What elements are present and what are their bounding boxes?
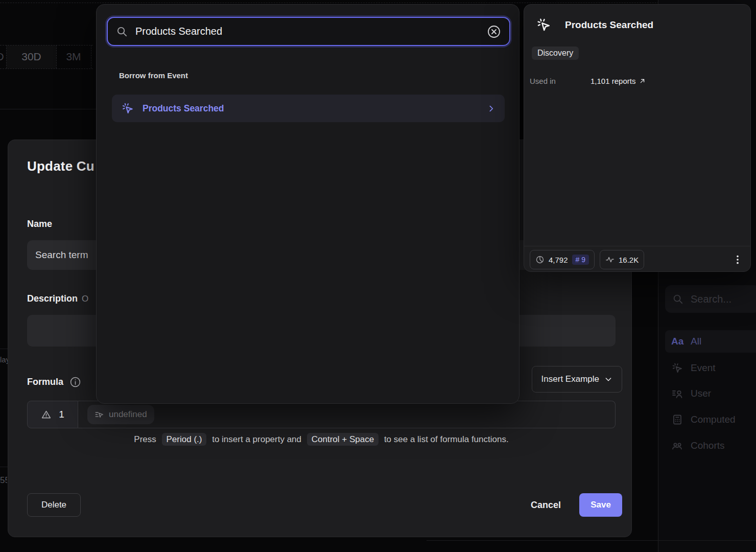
sidebar-search-input[interactable]: Search... (665, 285, 756, 313)
more-options-button[interactable] (732, 253, 743, 266)
panel-stats-row: 4,792 # 9 16.2K (530, 249, 743, 270)
used-in-row: Used in 1,101 reports (530, 77, 646, 85)
chart-gridline (0, 467, 8, 467)
top-divider (0, 3, 756, 3)
panel-title: Products Searched (565, 19, 653, 31)
modal-title: Update Cu (27, 158, 94, 174)
clear-search-button[interactable] (487, 25, 501, 39)
sidebar-search-placeholder: Search... (691, 293, 731, 305)
kebab-menu-icon (732, 253, 743, 266)
chart-gridline (0, 349, 8, 349)
used-in-link[interactable]: 1,101 reports (590, 77, 646, 85)
error-count: 1 (59, 409, 64, 420)
search-icon (672, 293, 683, 305)
event-search-dropdown: Borrow from Event Products Searched (96, 4, 519, 404)
timerange-30d-button[interactable]: 30D (7, 45, 56, 68)
help-mid: to insert a property and (212, 434, 301, 444)
event-property-icon (94, 410, 104, 420)
cancel-button[interactable]: Cancel (528, 499, 564, 511)
formula-editor: 1 undefined (27, 401, 616, 428)
sidebar-item-label: Event (691, 362, 716, 374)
cohorts-icon (671, 440, 683, 452)
formula-token-chip[interactable]: undefined (87, 405, 154, 424)
timebar-divider (91, 45, 91, 68)
formula-label: Formula (27, 377, 63, 387)
sidebar-item-label: All (691, 336, 701, 347)
search-field[interactable] (107, 17, 510, 46)
formula-error-gutter: 1 (27, 401, 78, 428)
warning-icon (41, 409, 52, 420)
timebar-border-bottom (0, 68, 93, 69)
event-rank-badge: # 9 (572, 255, 589, 265)
search-result-products-searched[interactable]: Products Searched (112, 95, 505, 122)
description-label: Description (27, 293, 78, 304)
event-count: 4,792 (549, 256, 568, 264)
volume-pill[interactable]: 16.2K (600, 250, 644, 269)
sidebar-item-label: Computed (691, 414, 736, 425)
help-prefix: Press (134, 434, 156, 444)
user-icon (671, 387, 683, 400)
sidebar-item-label: User (691, 388, 711, 399)
insert-example-button[interactable]: Insert Example (532, 366, 622, 393)
timerange-partial-button[interactable]: D (0, 45, 6, 68)
chevron-right-icon (487, 104, 495, 113)
formula-label-row: Formula (27, 376, 81, 388)
insert-example-label: Insert Example (541, 374, 599, 384)
timerange-3m-button[interactable]: 3M (56, 45, 91, 68)
used-in-value: 1,101 reports (590, 77, 635, 85)
name-label: Name (27, 219, 52, 229)
sidebar-item-computed[interactable]: Computed (665, 408, 756, 431)
sidebar-item-cohorts[interactable]: Cohorts (665, 434, 756, 457)
external-link-icon (639, 77, 646, 85)
discovery-badge: Discovery (532, 47, 579, 60)
kbd-control-space: Control + Space (307, 433, 379, 446)
borrow-from-event-label: Borrow from Event (119, 71, 188, 80)
sidebar-item-event[interactable]: Event (665, 357, 756, 379)
delete-button[interactable]: Delete (27, 493, 81, 517)
formula-input[interactable]: undefined (78, 401, 616, 428)
volume-value: 16.2K (619, 256, 639, 264)
event-icon (671, 362, 683, 374)
chart-tick-fragment: 55 (0, 475, 7, 486)
event-icon (536, 17, 552, 33)
search-input[interactable] (134, 25, 487, 38)
formula-token-label: undefined (109, 409, 147, 420)
info-icon[interactable] (69, 376, 81, 388)
app-root: D 30D 3M lay 55 Search... Aa All Event U… (0, 0, 756, 552)
panel-header: Products Searched (536, 17, 653, 33)
event-details-panel: Products Searched Discovery Used in 1,10… (524, 4, 751, 272)
description-optional-fragment: O (82, 294, 88, 304)
formula-help-text: Press Period (.) to insert a property an… (27, 434, 616, 445)
panel-divider (524, 246, 750, 246)
event-icon (121, 102, 134, 115)
aa-icon: Aa (671, 336, 683, 347)
event-count-pill[interactable]: 4,792 # 9 (530, 250, 595, 269)
chevron-down-icon (604, 375, 612, 383)
activity-icon (605, 255, 615, 264)
result-label: Products Searched (143, 103, 479, 114)
sidebar-item-user[interactable]: User (665, 382, 756, 405)
chart-axis-label-fragment: lay (0, 355, 8, 364)
bottom-panel-border (427, 540, 756, 541)
search-icon (116, 26, 128, 37)
modal-footer-actions: Cancel Save (528, 493, 622, 517)
used-in-label: Used in (530, 77, 590, 85)
close-circle-icon (487, 25, 501, 39)
description-label-row: Description O (27, 293, 88, 304)
sidebar-item-all[interactable]: Aa All (665, 330, 756, 353)
help-suffix: to see a list of formula functions. (384, 434, 509, 444)
sidebar-item-label: Cohorts (691, 440, 725, 451)
kbd-period: Period (.) (162, 433, 207, 446)
save-button[interactable]: Save (579, 493, 622, 517)
pie-chart-icon (535, 255, 545, 264)
computed-icon (671, 413, 683, 426)
chart-panel-border (0, 109, 96, 109)
